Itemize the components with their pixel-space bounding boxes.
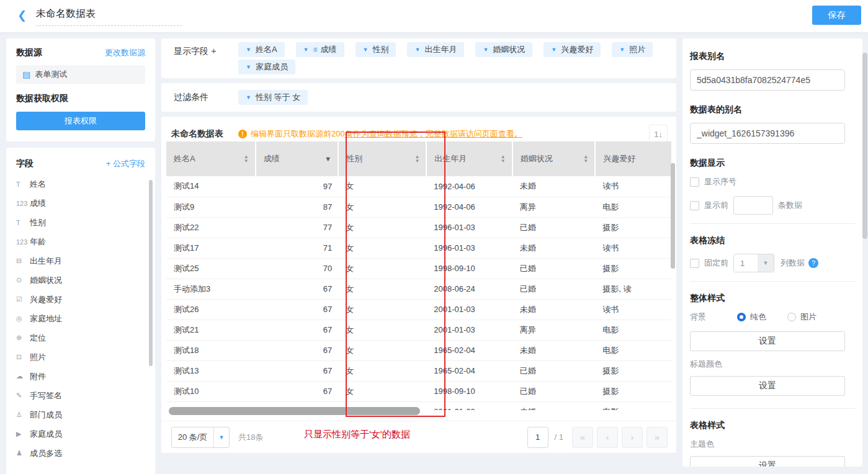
caret-down-icon: ▼ (246, 42, 251, 57)
prev-page-button[interactable]: ‹ (597, 427, 618, 448)
next-page-button[interactable]: › (622, 427, 643, 448)
display-field-tag[interactable]: ▼兴趣爱好 (544, 42, 601, 57)
field-item[interactable]: ♙部门成员 (16, 405, 145, 424)
warning-icon: ! (238, 130, 247, 138)
field-item[interactable]: ▶家庭成员 (16, 424, 145, 444)
first-page-button[interactable]: « (572, 427, 593, 448)
table-cell: 67 (256, 360, 339, 381)
change-datasource-link[interactable]: 更改数据源 (105, 47, 145, 58)
field-item-label: 婚姻状况 (30, 275, 62, 286)
table-alias-input[interactable] (690, 123, 845, 144)
table-cell: 离异 (512, 320, 596, 340)
field-item[interactable]: ⊡照片 (16, 347, 145, 367)
background-set-button[interactable]: 设置 (690, 331, 845, 351)
column-header[interactable]: 兴趣爱好 (595, 141, 671, 176)
sort-both-icon: ▲▼ (244, 154, 249, 163)
display-field-tag[interactable]: ▼照片 (612, 42, 653, 57)
theme-color-set-button[interactable]: 设置 (690, 456, 845, 467)
table-cell: 已婚 (512, 258, 596, 279)
sort-order-icon[interactable]: 1↓ (649, 125, 668, 143)
page-size-select[interactable]: 20 条/页 ▼ (171, 427, 230, 448)
report-permission-button[interactable]: 报表权限 (16, 112, 145, 130)
table-cell: 女 (338, 176, 426, 197)
field-item[interactable]: 123年龄 (16, 232, 145, 251)
last-page-button[interactable]: » (647, 427, 668, 448)
add-display-field-icon[interactable]: + (211, 45, 217, 56)
display-field-tag[interactable]: ▼家庭成员 (238, 60, 295, 74)
freeze-count-select[interactable]: 1 ▼ (733, 254, 774, 272)
save-button[interactable]: 保存 (812, 6, 861, 25)
page-number-input[interactable] (527, 427, 548, 448)
back-icon[interactable]: ❮ (17, 9, 27, 22)
image-radio[interactable] (787, 313, 796, 321)
field-item[interactable]: ♟成员多选 (16, 444, 145, 463)
field-item[interactable]: ⊕定位 (16, 328, 145, 347)
column-header[interactable]: 性别▲▼ (338, 141, 426, 176)
display-field-tag[interactable]: ▼性别 (356, 42, 396, 57)
location-icon: ⊕ (16, 334, 30, 342)
datasource-item[interactable]: ▤ 表单测试 (16, 65, 145, 84)
filter-tag[interactable]: ▼ 性别 等于 女 (238, 90, 308, 105)
field-item[interactable]: ◎家庭地址 (16, 309, 145, 328)
field-item[interactable]: ☁附件 (16, 367, 145, 386)
table-cell: 67 (256, 320, 339, 340)
page-title[interactable]: 未命名数据表 (36, 7, 182, 26)
table-cell: 女 (338, 360, 426, 381)
solid-color-radio[interactable] (737, 313, 746, 321)
field-item-label: 成绩 (30, 198, 46, 209)
field-item[interactable]: ✎手写签名 (16, 386, 145, 405)
add-formula-field-link[interactable]: + 公式字段 (106, 158, 145, 169)
column-header-label: 出生年月 (434, 153, 467, 164)
table-cell: 未婚 (512, 176, 596, 197)
filter-tag-label: 性别 等于 女 (256, 90, 300, 105)
table-cell: 离异 (512, 197, 596, 217)
show-first-count-input[interactable] (733, 196, 773, 215)
table-cell: 71 (256, 238, 339, 258)
title-color-set-button[interactable]: 设置 (690, 376, 845, 396)
caret-down-icon: ▼ (246, 90, 251, 105)
field-item-label: 照片 (30, 352, 46, 363)
help-icon[interactable]: ? (808, 258, 818, 268)
column-header[interactable]: 姓名A▲▼ (166, 141, 256, 176)
field-item[interactable]: 123成绩 (16, 194, 145, 213)
data-table: 姓名A▲▼成绩▼性别▲▼出生年月▲▼婚姻状况▲▼兴趣爱好测试1497女1992-… (166, 141, 671, 410)
table-horizontal-scrollbar[interactable] (169, 407, 420, 415)
display-field-tag[interactable]: ▼婚姻状况 (475, 42, 532, 57)
display-field-tag[interactable]: ▼姓名A (238, 42, 285, 57)
table-cell: 77 (256, 217, 339, 238)
display-field-tag[interactable]: ▼≡成绩 (296, 42, 344, 57)
table-cell: 女 (338, 217, 426, 238)
display-field-tag-label: 兴趣爱好 (561, 42, 593, 57)
field-item-label: 家庭地址 (30, 313, 62, 324)
theme-color-label: 主题色 (690, 439, 855, 450)
page-size-value: 20 条/页 (172, 432, 213, 443)
column-header[interactable]: 出生年月▲▼ (426, 141, 512, 176)
column-header[interactable]: 婚姻状况▲▼ (512, 141, 596, 176)
freeze-checkbox[interactable] (690, 259, 699, 268)
field-item[interactable]: ☑兴趣爱好 (16, 290, 145, 309)
field-item[interactable]: T性别 (16, 213, 145, 232)
column-header[interactable]: 成绩▼ (256, 141, 339, 176)
report-alias-input[interactable] (690, 69, 845, 91)
solid-color-label: 纯色 (750, 311, 766, 323)
datasource-title: 数据源 (16, 47, 42, 58)
column-header-label: 婚姻状况 (521, 153, 553, 164)
field-item-label: 姓名 (30, 179, 46, 190)
show-index-checkbox[interactable] (690, 177, 699, 187)
table-cell: 已婚 (512, 279, 596, 299)
window-scrollbar[interactable] (862, 53, 867, 239)
table-cell: 未婚 (512, 238, 596, 258)
field-item[interactable]: T姓名 (16, 174, 145, 194)
table-vertical-scrollbar[interactable] (671, 163, 675, 269)
warning-text-link[interactable]: 条作为查询数据预览，完整数据请访问页面查看。 (345, 128, 522, 140)
permission-title: 数据获取权限 (16, 93, 145, 104)
fields-scrollbar[interactable] (149, 180, 153, 366)
field-item[interactable]: ⊙婚姻状况 (16, 271, 145, 290)
datasource-card: 数据源 更改数据源 ▤ 表单测试 数据获取权限 报表权限 (6, 38, 155, 141)
show-first-checkbox[interactable] (690, 201, 699, 210)
field-item[interactable]: ⊟出生年月 (16, 251, 145, 271)
table-cell: 70 (256, 258, 339, 279)
table-row: 测试1867女1965-02-04未婚电影 (166, 340, 671, 360)
display-field-tag[interactable]: ▼出生年月 (407, 42, 464, 57)
background-label: 背景 (690, 311, 737, 323)
